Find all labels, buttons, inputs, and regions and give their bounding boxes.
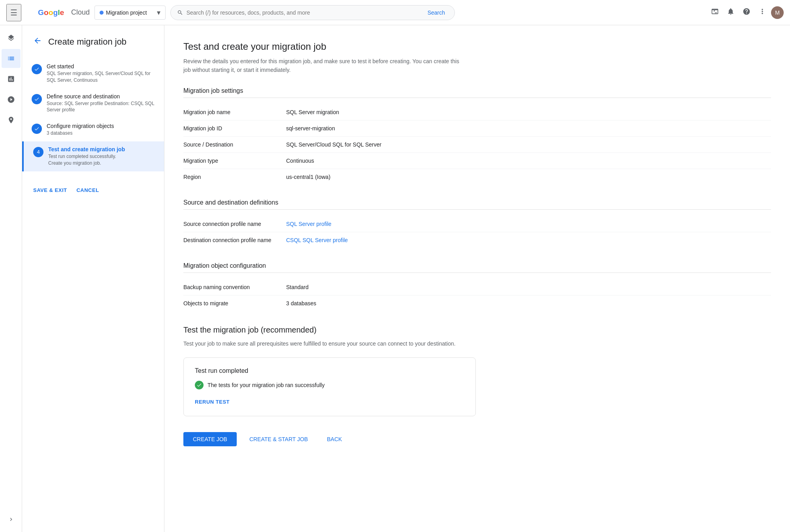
step-content-2: Define source and destination Source: SQ…	[47, 93, 155, 114]
table-row: Objects to migrate 3 databases	[183, 295, 771, 311]
search-button[interactable]: Search	[424, 8, 448, 17]
top-nav: ☰ Google Cloud Migration project ▾ Searc…	[0, 0, 790, 25]
chevron-down-icon: ▾	[157, 8, 160, 17]
value-region: us-central1 (Iowa)	[286, 169, 771, 185]
check-icon-3	[34, 126, 40, 132]
sidebar-icon-layers[interactable]	[2, 28, 21, 47]
label-region: Region	[183, 169, 286, 185]
step-content-4: Test and create migration job Test run c…	[48, 146, 125, 167]
back-button-bottom[interactable]: BACK	[321, 432, 348, 446]
step-circle-2	[32, 94, 42, 104]
migration-job-settings-section: Migration job settings Migration job nam…	[183, 87, 771, 185]
more-vert-icon	[758, 8, 766, 15]
avatar[interactable]: M	[771, 6, 784, 19]
cancel-button[interactable]: CANCEL	[75, 184, 100, 196]
sidebar-icon-hub[interactable]	[2, 111, 21, 130]
check-icon	[34, 66, 40, 72]
migration-object-title: Migration object configuration	[183, 262, 771, 273]
step-circle-1	[32, 64, 42, 74]
migration-object-section: Migration object configuration Backup na…	[183, 262, 771, 311]
analytics-icon	[7, 75, 15, 83]
label-migration-type: Migration type	[183, 152, 286, 169]
test-section-desc: Test your job to make sure all prerequis…	[183, 339, 460, 348]
logo-text: Google Cloud	[38, 8, 90, 18]
terminal-icon-button[interactable]	[708, 4, 722, 21]
search-icon	[177, 9, 183, 16]
bottom-actions: CREATE JOB CREATE & START JOB BACK	[183, 432, 771, 446]
step-title-2: Define source and destination	[47, 93, 155, 100]
test-run-title: Test run completed	[195, 367, 464, 374]
project-dot	[100, 11, 104, 15]
value-objects-migrate: 3 databases	[286, 295, 771, 311]
hub-icon	[7, 116, 15, 124]
hamburger-menu[interactable]: ☰	[6, 4, 21, 21]
sidebar-icon-stream[interactable]	[2, 90, 21, 109]
project-name: Migration project	[106, 9, 147, 16]
step-item-configure[interactable]: Configure migration objects 3 databases	[22, 118, 164, 141]
page-title: Create migration job	[48, 37, 126, 47]
value-source-conn: SQL Server profile	[286, 216, 771, 232]
save-exit-button[interactable]: SAVE & EXIT	[32, 184, 68, 196]
success-check-icon	[195, 381, 204, 389]
google-cloud-logo: Google Cloud	[26, 8, 90, 18]
step-circle-4: 4	[33, 147, 43, 157]
test-result: The tests for your migration job ran suc…	[195, 381, 464, 389]
bell-icon-button[interactable]	[724, 4, 738, 21]
step-item-test-create[interactable]: 4 Test and create migration job Test run…	[22, 141, 164, 171]
step-content-1: Get started SQL Server migration, SQL Se…	[47, 63, 155, 84]
table-row: Source / Destination SQL Server/Cloud SQ…	[183, 136, 771, 152]
step-circle-3	[32, 124, 42, 134]
sidebar-icon-list[interactable]	[2, 49, 21, 68]
terminal-icon	[711, 8, 719, 15]
migration-object-table: Backup naming convention Standard Object…	[183, 279, 771, 311]
back-icon	[33, 36, 42, 45]
test-section-title: Test the migration job (recommended)	[183, 325, 771, 335]
table-row: Source connection profile name SQL Serve…	[183, 216, 771, 232]
source-conn-link[interactable]: SQL Server profile	[286, 221, 332, 227]
bell-icon	[727, 8, 735, 15]
table-row: Backup naming convention Standard	[183, 279, 771, 295]
steps-panel: Create migration job Get started SQL Ser…	[22, 25, 164, 532]
help-icon	[743, 8, 750, 15]
value-dest-conn: CSQL SQL Server profile	[286, 232, 771, 248]
step-item-get-started[interactable]: Get started SQL Server migration, SQL Se…	[22, 58, 164, 88]
create-start-job-button[interactable]: CREATE & START JOB	[243, 432, 314, 446]
value-backup-naming: Standard	[286, 279, 771, 295]
step-desc-1: SQL Server migration, SQL Server/Cloud S…	[47, 70, 155, 84]
help-icon-button[interactable]	[739, 4, 754, 21]
main-layout: Create migration job Get started SQL Ser…	[0, 25, 790, 532]
search-bar: Search	[170, 5, 455, 20]
stream-icon	[7, 96, 15, 103]
step-content-3: Configure migration objects 3 databases	[47, 123, 114, 137]
dest-conn-link[interactable]: CSQL SQL Server profile	[286, 237, 348, 243]
back-button[interactable]	[32, 35, 43, 49]
content-subtitle: Review the details you entered for this …	[183, 57, 460, 75]
rerun-test-button[interactable]: RERUN TEST	[195, 397, 230, 406]
sidebar-expand-button[interactable]	[2, 510, 21, 529]
label-source-destination: Source / Destination	[183, 136, 286, 152]
source-dest-title: Source and destination definitions	[183, 199, 771, 210]
step-item-define-source[interactable]: Define source and destination Source: SQ…	[22, 88, 164, 118]
label-migration-job-name: Migration job name	[183, 104, 286, 120]
step-title-3: Configure migration objects	[47, 123, 114, 129]
step-desc-4: Test run completed successfully.Create y…	[48, 153, 125, 167]
list-icon	[7, 55, 15, 62]
sidebar-icons	[0, 25, 22, 532]
more-icon-button[interactable]	[755, 4, 769, 21]
table-row: Migration job ID sql-server-migration	[183, 120, 771, 136]
table-row: Migration job name SQL Server migration	[183, 104, 771, 120]
test-box: Test run completed The tests for your mi…	[183, 357, 476, 416]
content-title: Test and create your migration job	[183, 41, 771, 52]
page-header: Create migration job	[22, 35, 164, 58]
google-logo-svg: Google	[38, 8, 70, 18]
search-input[interactable]	[187, 9, 421, 16]
table-row: Region us-central1 (Iowa)	[183, 169, 771, 185]
create-job-button[interactable]: CREATE JOB	[183, 432, 237, 446]
value-source-destination: SQL Server/Cloud SQL for SQL Server	[286, 136, 771, 152]
test-section: Test the migration job (recommended) Tes…	[183, 325, 771, 416]
value-migration-job-id: sql-server-migration	[286, 120, 771, 136]
expand-icon	[8, 516, 14, 523]
sidebar-icon-analytics[interactable]	[2, 70, 21, 88]
table-row: Migration type Continuous	[183, 152, 771, 169]
project-selector[interactable]: Migration project ▾	[94, 6, 166, 20]
